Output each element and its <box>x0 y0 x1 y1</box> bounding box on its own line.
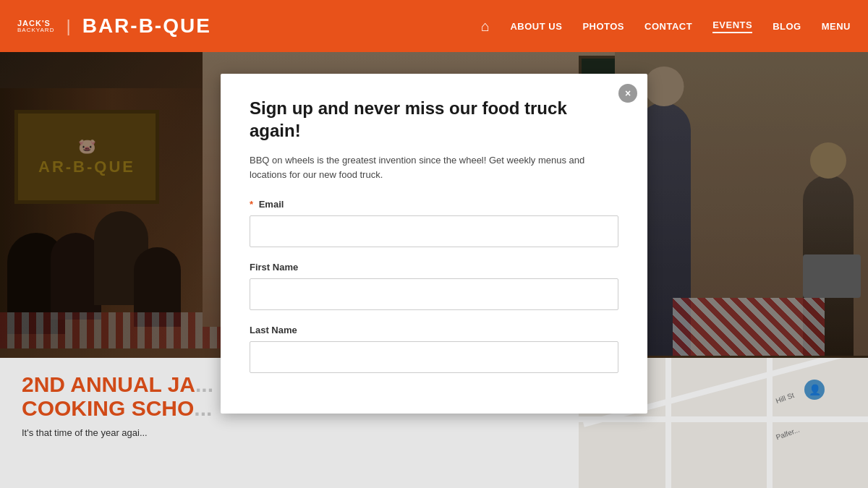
nav-home[interactable]: ⌂ <box>481 18 490 35</box>
nav-photos[interactable]: PHOTOS <box>582 21 624 32</box>
logo-text: JACK'S BACKYARD <box>17 19 54 34</box>
email-input[interactable] <box>250 215 618 247</box>
last-name-label-text: Last Name <box>250 325 297 335</box>
main-nav: ⌂ ABOUT US PHOTOS CONTACT EVENTS BLOG ME… <box>481 18 851 35</box>
close-icon: × <box>625 87 631 99</box>
last-name-label: Last Name <box>250 325 618 335</box>
modal-overlay: × Sign up and never miss our food truck … <box>0 52 868 488</box>
logo-backyard: BACKYARD <box>17 27 54 34</box>
email-label: * Email <box>250 199 618 210</box>
logo: JACK'S BACKYARD | BAR-B-QUE <box>17 14 481 38</box>
last-name-field-group: Last Name <box>250 325 618 373</box>
home-icon: ⌂ <box>481 18 490 34</box>
email-label-text: Email <box>259 199 284 210</box>
nav-menu[interactable]: MENU <box>822 21 851 32</box>
first-name-label: First Name <box>250 262 618 273</box>
signup-modal: × Sign up and never miss our food truck … <box>221 74 647 414</box>
required-indicator: * <box>250 199 253 210</box>
last-name-input[interactable] <box>250 341 618 373</box>
nav-about[interactable]: ABOUT US <box>510 21 562 32</box>
logo-brand: BAR-B-QUE <box>82 14 211 38</box>
modal-close-button[interactable]: × <box>618 84 637 103</box>
first-name-input[interactable] <box>250 278 618 310</box>
nav-events[interactable]: EVENTS <box>712 20 752 33</box>
nav-blog[interactable]: BLOG <box>773 21 801 32</box>
logo-divider: | <box>66 16 70 36</box>
first-name-field-group: First Name <box>250 262 618 310</box>
first-name-label-text: First Name <box>250 262 298 273</box>
email-field-group: * Email <box>250 199 618 247</box>
site-header: JACK'S BACKYARD | BAR-B-QUE ⌂ ABOUT US P… <box>0 0 868 52</box>
modal-title: Sign up and never miss our food truck ag… <box>250 97 618 142</box>
logo-jacks: JACK'S <box>17 19 54 27</box>
modal-description: BBQ on wheels is the greatest invention … <box>250 153 618 181</box>
nav-contact[interactable]: CONTACT <box>644 21 692 32</box>
